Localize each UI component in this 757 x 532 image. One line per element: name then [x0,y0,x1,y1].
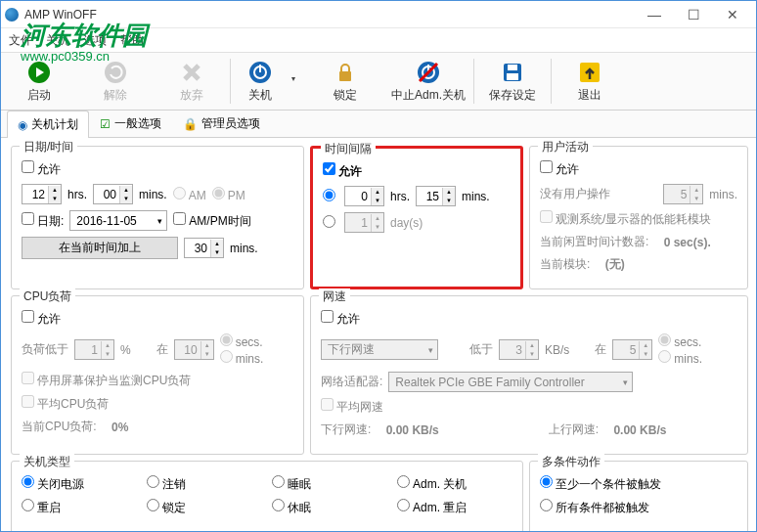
datetime-hours[interactable]: ▲▼ [22,184,62,204]
toolbar-save[interactable]: 保存设定 [474,53,551,110]
activity-monitor-check[interactable]: 观测系统/显示器的低能耗模块 [540,210,711,228]
radio-am[interactable]: AM [173,187,206,202]
multi-at-least-one[interactable]: 至少一个条件被触发 [540,475,661,493]
close-button[interactable]: ✕ [713,2,752,27]
toolbar-lock[interactable]: 锁定 [307,53,383,110]
net-adapter-combo[interactable]: Realtek PCIe GBE Family Controller [388,372,633,392]
type-hibernate[interactable]: 休眠 [272,499,387,516]
group-multi-condition: 多条件动作 至少一个条件被触发 所有条件都被触发 [529,461,748,532]
datetime-allow[interactable]: 允许 [22,160,61,178]
activity-allow[interactable]: 允许 [540,160,579,178]
menu-options[interactable]: 选项 [83,32,107,49]
cancel-icon [179,60,204,85]
power-icon [247,60,273,85]
net-allow[interactable]: 允许 [321,310,360,328]
toolbar-abort[interactable]: 中止Adm.关机 [383,53,473,110]
refresh-icon [103,60,128,85]
interval-allow[interactable]: 允许 [323,162,362,180]
interval-days-radio[interactable] [323,215,338,231]
datetime-ampm-check[interactable]: AM/PM时间 [173,212,250,230]
toolbar-release[interactable]: 解除 [77,53,154,110]
add-to-current-time-button[interactable]: 在当前时间加上 [22,237,178,259]
type-adm-reboot[interactable]: Adm. 重启 [397,499,512,516]
svg-rect-12 [507,73,518,80]
tab-strip: ◉ 关机计划 ☑ 一般选项 🔒 管理员选项 [1,111,756,138]
datetime-add-value[interactable]: ▲▼ [184,238,224,258]
power-icon: ◉ [18,118,27,132]
group-user-activity: 用户活动 允许 没有用户操作 ▲▼ mins. 观测系统/显示器的低能耗模块 当… [529,146,748,289]
type-adm-shutdown[interactable]: Adm. 关机 [397,475,512,493]
toolbar: 启动 解除 放弃 关机 ▾ 锁定 中止Adm.关机 保存设定 退出 [1,52,756,111]
group-network: 网速 允许 下行网速 低于 ▲▼ KB/s 在 ▲▼ secs. mins. 网… [310,295,748,455]
menu-file[interactable]: 文件 [9,32,32,49]
datetime-date-picker[interactable]: 2016-11-05 [69,210,167,231]
tab-general-options[interactable]: ☑ 一般选项 [89,110,172,137]
datetime-date-check[interactable]: 日期: [22,212,64,230]
type-sleep[interactable]: 睡眠 [272,475,387,493]
radio-pm[interactable]: PM [212,187,245,202]
type-lock[interactable]: 锁定 [147,499,262,516]
menubar: 文件 关机 选项 帮助 [1,28,756,52]
net-below-value[interactable]: ▲▼ [499,339,539,360]
abort-icon [416,60,441,85]
cpu-secs-radio[interactable]: secs. [220,333,264,349]
exit-icon [577,60,602,85]
net-secs-radio[interactable]: secs. [658,333,702,349]
cpu-average[interactable]: 平均CPU负荷 [22,395,109,413]
interval-minutes[interactable]: ▲▼ [416,186,456,206]
net-average[interactable]: 平均网速 [321,398,383,416]
tab-admin-options[interactable]: 🔒 管理员选项 [172,110,271,137]
multi-all[interactable]: 所有条件都被触发 [540,499,649,516]
tab-shutdown-plan[interactable]: ◉ 关机计划 [7,111,89,138]
net-mins-radio[interactable]: mins. [658,350,702,366]
group-cpu: CPU负荷 允许 负荷低于 ▲▼ % 在 ▲▼ secs. mins. 停用屏幕… [11,295,304,455]
menu-help[interactable]: 帮助 [120,32,144,49]
toolbar-shutdown-dropdown[interactable]: ▾ [289,53,307,110]
type-logout[interactable]: 注销 [147,475,262,493]
svg-rect-11 [508,65,517,70]
interval-days[interactable]: ▲▼ [344,212,384,233]
lock-icon [333,60,358,85]
toolbar-shutdown[interactable]: 关机 [231,53,289,110]
datetime-minutes[interactable]: ▲▼ [93,184,133,204]
maximize-button[interactable]: ☐ [674,2,713,27]
group-datetime: 日期/时间 允许 ▲▼ hrs. ▲▼ mins. AM PM 日期: 2016… [11,146,304,289]
minimize-button[interactable]: — [635,2,674,27]
toolbar-start[interactable]: 启动 [1,53,77,110]
cpu-mins-radio[interactable]: mins. [220,350,264,366]
check-icon: ☑ [100,117,111,131]
cpu-percent[interactable]: ▲▼ [74,339,114,360]
interval-hms-radio[interactable] [323,189,338,204]
net-in-value[interactable]: ▲▼ [612,339,652,360]
type-reboot[interactable]: 重启 [22,499,137,516]
cpu-allow[interactable]: 允许 [22,310,61,328]
svg-point-1 [105,62,126,83]
interval-hours[interactable]: ▲▼ [344,186,384,206]
lock-icon: 🔒 [183,117,198,131]
save-icon [500,60,525,85]
window-title: AMP WinOFF [24,8,635,22]
net-direction-combo[interactable]: 下行网速 [321,339,438,360]
app-icon [5,8,19,22]
type-poweroff[interactable]: 关闭电源 [22,475,137,493]
play-icon [26,60,52,85]
toolbar-abandon[interactable]: 放弃 [154,53,230,110]
menu-shutdown[interactable]: 关机 [46,32,69,49]
cpu-in-value[interactable]: ▲▼ [174,339,214,360]
activity-minutes[interactable]: ▲▼ [663,184,703,204]
group-shutdown-type: 关机类型 关闭电源 注销 睡眠 Adm. 关机 重启 锁定 休眠 Adm. 重启 [11,461,523,532]
toolbar-exit[interactable]: 退出 [552,53,628,110]
group-interval: 时间间隔 允许 ▲▼ hrs. ▲▼ mins. ▲▼ day(s) [310,146,523,289]
cpu-disable-saver[interactable]: 停用屏幕保护当监测CPU负荷 [22,372,191,389]
svg-rect-5 [339,71,351,81]
